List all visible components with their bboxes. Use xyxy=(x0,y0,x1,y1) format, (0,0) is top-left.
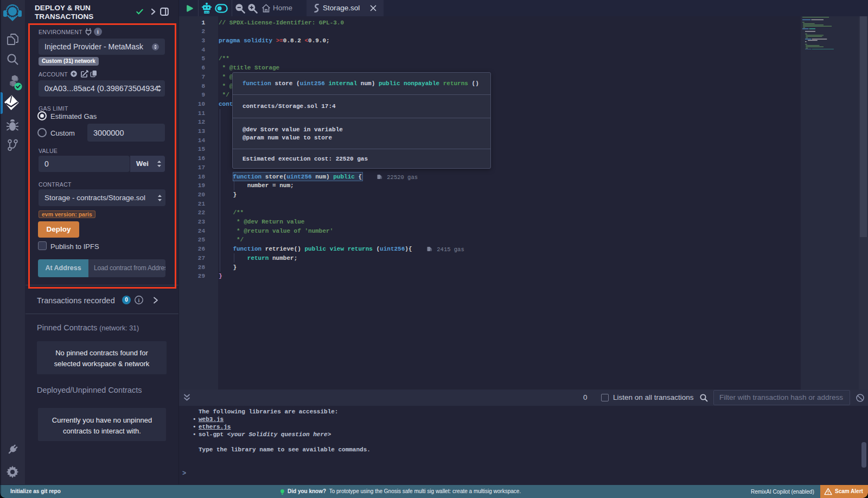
svg-text:i: i xyxy=(138,297,140,303)
